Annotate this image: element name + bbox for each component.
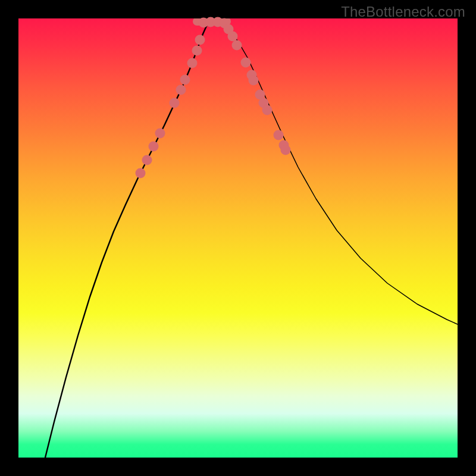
chart-frame: TheBottleneck.com [0, 0, 476, 476]
watermark-text: TheBottleneck.com [341, 4, 465, 20]
curve-layer [18, 18, 458, 458]
plot-area [18, 18, 458, 458]
right-curve [209, 21, 458, 324]
left-curve [45, 21, 209, 458]
